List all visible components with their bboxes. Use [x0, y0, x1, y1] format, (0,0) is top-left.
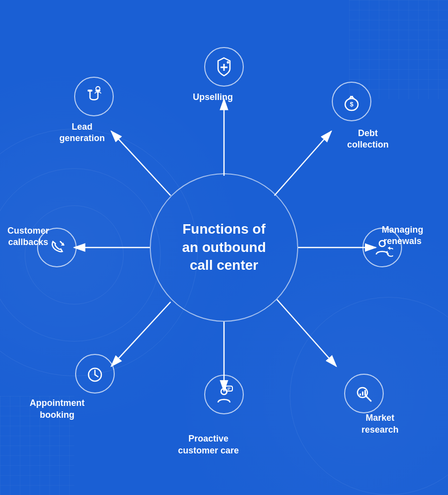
svg-rect-0	[349, 0, 448, 99]
proactive-customer-care-icon-circle	[204, 375, 244, 414]
debt-collection-icon: $	[341, 91, 362, 112]
upselling-label: Upselling	[193, 92, 233, 103]
proactive-customer-care-icon	[213, 384, 235, 405]
main-container: Functions of an outbound call center Ups…	[0, 0, 448, 495]
svg-line-31	[95, 375, 98, 377]
center-line1: Functions of	[182, 221, 266, 237]
debt-collection-icon-circle: $	[332, 82, 371, 121]
proactive-customer-care-label: Proactivecustomer care	[178, 433, 239, 456]
svg-text:$: $	[350, 100, 354, 108]
svg-rect-24	[364, 390, 366, 396]
center-title: Functions of an outbound call center	[177, 215, 271, 279]
market-research-icon-circle	[344, 374, 384, 413]
debt-collection-label: Debtcollection	[347, 128, 389, 151]
market-research-icon	[353, 383, 375, 404]
lead-generation-icon	[83, 86, 105, 107]
lead-generation-icon-circle	[74, 77, 114, 116]
svg-rect-23	[362, 392, 363, 396]
svg-line-21	[366, 396, 371, 401]
svg-point-14	[227, 61, 229, 64]
upselling-icon-circle	[204, 47, 244, 87]
appointment-booking-label: Appointmentbooking	[30, 397, 85, 421]
svg-rect-22	[359, 394, 361, 396]
lead-generation-label: Leadgeneration	[59, 121, 105, 145]
svg-point-25	[221, 389, 227, 395]
customer-callbacks-icon	[46, 237, 68, 258]
grid-decoration-top	[349, 0, 448, 99]
customer-callbacks-label: Customercallbacks	[7, 225, 49, 248]
upselling-icon	[213, 56, 235, 78]
center-line3: call center	[190, 257, 259, 273]
managing-renewals-label: Managingrenewals	[382, 224, 423, 248]
center-circle: Functions of an outbound call center	[150, 173, 298, 322]
appointment-booking-icon	[84, 363, 106, 385]
appointment-booking-icon-circle	[75, 354, 115, 394]
market-research-label: Marketresearch	[361, 412, 399, 436]
center-line2: an outbound	[182, 240, 266, 255]
